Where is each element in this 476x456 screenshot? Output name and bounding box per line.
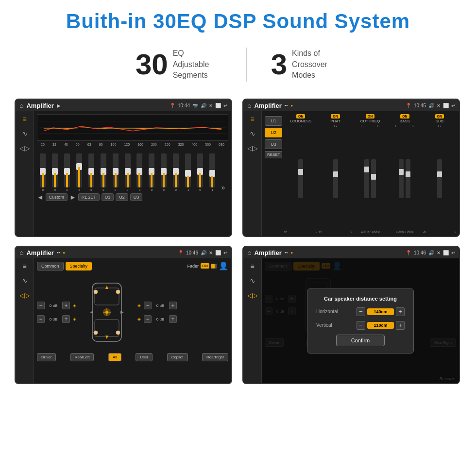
cutfreq-sliders [364, 128, 376, 229]
eq-track-0[interactable] [40, 153, 46, 187]
db-plus-br[interactable]: + [169, 315, 177, 323]
sidebar-eq-icon-3[interactable]: ≡ [22, 262, 26, 270]
bass-slider-f[interactable] [399, 159, 404, 198]
bass-thumb-g[interactable] [406, 171, 410, 177]
custom-btn[interactable]: Custom [46, 193, 68, 201]
bass-sliders [399, 128, 410, 229]
eq-val-6: 0 [115, 188, 116, 191]
cutfreq-labels: F G [354, 124, 387, 128]
back-icon-3[interactable]: ↩ [223, 250, 227, 255]
car-svg [80, 278, 134, 346]
sidebar-wave-icon[interactable]: ∿ [22, 130, 28, 137]
close-icon-2[interactable]: ✕ [437, 103, 441, 108]
sub-slider[interactable] [437, 159, 442, 198]
sidebar-eq-icon-4[interactable]: ≡ [250, 262, 254, 270]
volume-icon-1[interactable]: 🔊 [201, 103, 206, 108]
db-plus-tr[interactable]: + [169, 302, 177, 309]
freq-125: 125 [124, 143, 130, 146]
btn-all[interactable]: All [108, 353, 121, 361]
confirm-button[interactable]: Confirm [336, 335, 385, 346]
db-minus-bl[interactable]: − [37, 315, 45, 323]
u3-btn[interactable]: U3 [130, 193, 143, 201]
eq-slider-7: 0 [125, 153, 131, 191]
loudness-header: ON LOUDNESS [290, 114, 311, 123]
dialog-horizontal-plus[interactable]: + [396, 307, 405, 316]
reset-crossover-btn[interactable]: RESET [265, 151, 282, 158]
dialog-horizontal-minus[interactable]: − [357, 307, 365, 316]
sidebar-wave-icon-3[interactable]: ∿ [22, 277, 28, 285]
back-icon-4[interactable]: ↩ [451, 250, 455, 255]
db-plus-tl[interactable]: + [62, 302, 70, 309]
volume-icon-2[interactable]: 🔊 [428, 103, 434, 108]
tab-specialty-3[interactable]: Specialty [66, 262, 92, 270]
preset-u2[interactable]: U2 [265, 128, 282, 137]
sidebar-speaker-icon-2[interactable]: ◁▷ [247, 144, 258, 152]
sidebar-speaker-icon-4[interactable]: ◁▷ [247, 291, 258, 299]
window-icon-4[interactable]: ⬜ [443, 250, 449, 255]
btn-rearright[interactable]: RearRight [202, 353, 228, 361]
sidebar-wave-icon-2[interactable]: ∿ [250, 130, 255, 137]
sidebar-eq-icon[interactable]: ≡ [22, 115, 26, 123]
u1-btn[interactable]: U1 [102, 193, 114, 201]
back-icon-1[interactable]: ↩ [223, 103, 227, 108]
profile-icon-3[interactable]: 👤 [219, 261, 228, 270]
preset-u3[interactable]: U3 [265, 139, 282, 149]
home-icon-4[interactable]: ⌂ [247, 249, 251, 256]
db-minus-tl[interactable]: − [37, 302, 45, 309]
window-icon-2[interactable]: ⬜ [443, 103, 449, 108]
home-icon-3[interactable]: ⌂ [19, 249, 23, 256]
sub-on: ON [435, 114, 444, 118]
bass-thumb-f[interactable] [399, 169, 404, 175]
sidebar-wave-icon-4[interactable]: ∿ [250, 277, 255, 285]
window-icon-3[interactable]: ⬜ [215, 250, 221, 255]
close-icon-4[interactable]: ✕ [437, 250, 441, 255]
cutfreq-thumb-f[interactable] [364, 167, 369, 172]
u2-btn[interactable]: U2 [116, 193, 128, 201]
window-icon-1[interactable]: ⬜ [215, 103, 221, 108]
play-icon-1[interactable]: ▶ [57, 103, 61, 108]
preset-u1[interactable]: U1 [265, 116, 282, 126]
dialog-title: Car speaker distance setting [316, 296, 405, 302]
db-minus-br[interactable]: − [144, 315, 152, 323]
app-title-4: Amplifier [254, 249, 281, 256]
next-btn[interactable]: ► [69, 193, 76, 201]
dialog-vertical-minus[interactable]: − [357, 321, 365, 330]
phat-thumb[interactable] [333, 171, 338, 177]
back-icon-2[interactable]: ↩ [451, 103, 455, 108]
expand-icon[interactable]: » [221, 184, 225, 191]
home-icon-1[interactable]: ⌂ [19, 101, 23, 109]
screen-specialty: ⌂ Amplifier ▪▪ ● 📍 10:46 🔊 ✕ ⬜ ↩ ≡ ∿ ◁▷ [15, 246, 232, 384]
cutfreq-on: ON [366, 114, 375, 118]
status-bar-2: ⌂ Amplifier ▪▪ ● 📍 10:45 🔊 ✕ ⬜ ↩ [243, 100, 459, 111]
sidebar-eq-icon-2[interactable]: ≡ [250, 115, 254, 123]
btn-rearleft[interactable]: RearLeft [70, 353, 94, 361]
db-plus-bl[interactable]: + [62, 315, 70, 323]
phat-slider[interactable] [333, 159, 338, 198]
cutfreq-slider-f[interactable] [364, 159, 369, 198]
close-icon-1[interactable]: ✕ [209, 103, 213, 108]
tab-common-3[interactable]: Common [37, 262, 64, 270]
volume-icon-4[interactable]: 🔊 [428, 250, 434, 255]
freq-50: 50 [76, 143, 80, 146]
freq-160: 160 [137, 143, 143, 146]
close-icon-3[interactable]: ✕ [209, 250, 213, 255]
btn-copilot[interactable]: Copilot [167, 353, 188, 361]
prev-btn[interactable]: ◄ [37, 193, 44, 201]
bass-slider-g[interactable] [406, 159, 410, 198]
sub-thumb[interactable] [437, 171, 442, 177]
reset-btn[interactable]: RESET [78, 193, 100, 201]
sidebar-speaker-icon-3[interactable]: ◁▷ [19, 291, 30, 299]
loudness-thumb[interactable] [298, 169, 303, 175]
cutfreq-thumb-g[interactable] [371, 174, 376, 180]
home-icon-2[interactable]: ⌂ [247, 101, 251, 109]
loudness-slider[interactable] [298, 159, 303, 198]
btn-user-3[interactable]: User [136, 353, 153, 361]
sub-g-label: G [438, 124, 441, 128]
cutfreq-slider-g[interactable] [371, 159, 376, 198]
dialog-vertical-plus[interactable]: + [396, 321, 405, 330]
volume-icon-3[interactable]: 🔊 [201, 250, 206, 255]
dialog-overlay: Car speaker distance setting Horizontal … [262, 258, 459, 383]
sidebar-speaker-icon[interactable]: ◁▷ [19, 144, 30, 152]
db-minus-tr[interactable]: − [144, 302, 152, 309]
btn-driver[interactable]: Driver [37, 353, 56, 361]
